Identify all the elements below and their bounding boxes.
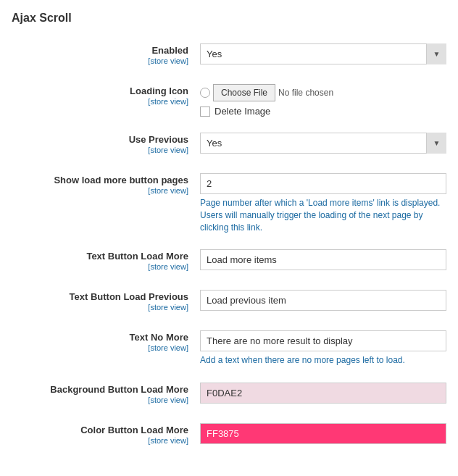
no-file-text: No file chosen	[278, 88, 333, 98]
label-cell-text_button_load_more: Text Button Load More[store view]	[12, 245, 200, 271]
form-container: Enabled[store view]YesNoLoading Icon[sto…	[12, 39, 446, 448]
label-enabled: Enabled	[12, 45, 188, 56]
label-cell-enabled: Enabled[store view]	[12, 39, 200, 65]
form-row-color_button_load_more: Color Button Load More[store view]	[12, 419, 446, 448]
label-color_button_load_more: Color Button Load More	[12, 425, 188, 435]
form-row-text_button_load_previous: Text Button Load Previous[store view]	[12, 285, 446, 314]
label-text_button_load_more: Text Button Load More	[12, 251, 188, 262]
label-show_load_more: Show load more button pages	[12, 175, 188, 185]
store-view-enabled: [store view]	[12, 57, 188, 65]
store-view-text_no_more: [store view]	[12, 343, 188, 352]
label-bg_button_load_more: Background Button Load More	[12, 384, 188, 395]
text-input-text_button_load_previous[interactable]	[200, 290, 446, 311]
control-cell-loading_icon: Choose FileNo file chosenDelete Image	[200, 80, 446, 117]
delete-image-label: Delete Image	[215, 106, 270, 117]
select-enabled[interactable]: YesNo	[200, 43, 446, 64]
label-cell-use_previous: Use Previous[store view]	[12, 128, 200, 154]
hint-text_no_more: Add a text when there are no more pages …	[200, 354, 446, 367]
select-use_previous[interactable]: YesNo	[200, 133, 446, 154]
control-cell-enabled: YesNo	[200, 39, 446, 64]
form-row-enabled: Enabled[store view]YesNo	[12, 39, 446, 68]
file-input-row: Choose FileNo file chosen	[200, 84, 446, 101]
label-loading_icon: Loading Icon	[12, 85, 188, 96]
store-view-bg_button_load_more: [store view]	[12, 396, 188, 404]
control-cell-text_no_more: Add a text when there are no more pages …	[200, 326, 446, 367]
label-cell-show_load_more: Show load more button pages[store view]	[12, 169, 200, 195]
text-input-text_button_load_more[interactable]	[200, 249, 446, 270]
control-cell-text_button_load_previous	[200, 285, 446, 311]
label-text_button_load_previous: Text Button Load Previous	[12, 291, 188, 302]
label-cell-text_no_more: Text No More[store view]	[12, 326, 200, 352]
color-input-color_button_load_more[interactable]	[200, 423, 446, 444]
control-cell-bg_button_load_more	[200, 378, 446, 404]
file-radio[interactable]	[200, 88, 210, 98]
label-cell-bg_button_load_more: Background Button Load More[store view]	[12, 378, 200, 404]
color-input-bg_button_load_more[interactable]	[200, 383, 446, 404]
form-row-use_previous: Use Previous[store view]YesNo	[12, 128, 446, 157]
hint-show_load_more: Page number after which a 'Load more ite…	[200, 197, 446, 233]
control-cell-color_button_load_more	[200, 419, 446, 444]
delete-image-row: Delete Image	[200, 106, 446, 117]
control-cell-show_load_more: Page number after which a 'Load more ite…	[200, 169, 446, 233]
store-view-text_button_load_more: [store view]	[12, 262, 188, 271]
select-wrapper-enabled: YesNo	[200, 43, 446, 64]
store-view-loading_icon: [store view]	[12, 97, 188, 106]
store-view-color_button_load_more: [store view]	[12, 436, 188, 445]
form-row-loading_icon: Loading Icon[store view]Choose FileNo fi…	[12, 80, 446, 117]
form-row-show_load_more: Show load more button pages[store view]P…	[12, 169, 446, 233]
label-use_previous: Use Previous	[12, 134, 188, 145]
label-cell-color_button_load_more: Color Button Load More[store view]	[12, 419, 200, 445]
store-view-use_previous: [store view]	[12, 146, 188, 154]
page-title: Ajax Scroll	[12, 12, 446, 25]
form-row-text_no_more: Text No More[store view]Add a text when …	[12, 326, 446, 367]
choose-file-button[interactable]: Choose File	[213, 84, 275, 101]
form-row-text_button_load_more: Text Button Load More[store view]	[12, 245, 446, 274]
label-cell-loading_icon: Loading Icon[store view]	[12, 80, 200, 106]
text-input-text_no_more[interactable]	[200, 330, 446, 351]
label-text_no_more: Text No More	[12, 332, 188, 343]
select-wrapper-use_previous: YesNo	[200, 133, 446, 154]
store-view-text_button_load_previous: [store view]	[12, 303, 188, 312]
control-cell-use_previous: YesNo	[200, 128, 446, 154]
form-row-bg_button_load_more: Background Button Load More[store view]	[12, 378, 446, 407]
delete-image-checkbox[interactable]	[200, 107, 210, 117]
control-cell-text_button_load_more	[200, 245, 446, 270]
text-input-show_load_more[interactable]	[200, 173, 446, 194]
label-cell-text_button_load_previous: Text Button Load Previous[store view]	[12, 285, 200, 312]
store-view-show_load_more: [store view]	[12, 186, 188, 195]
